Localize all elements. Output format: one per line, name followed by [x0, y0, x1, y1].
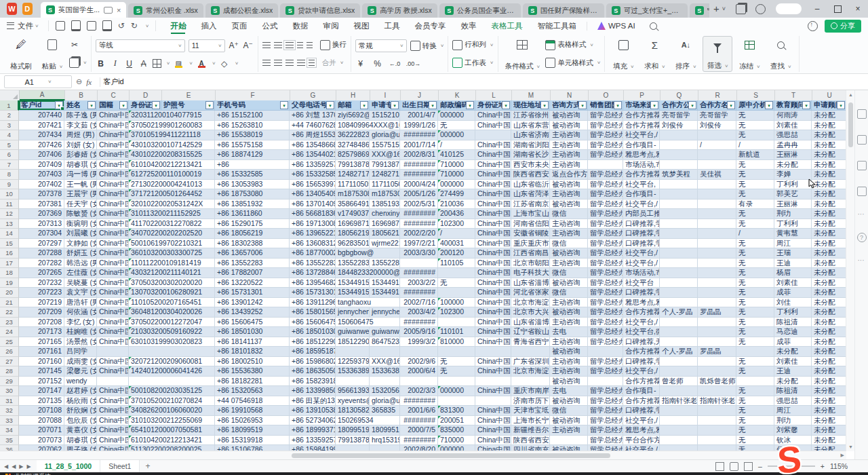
header-cell-T1[interactable]: 教育顾问▾: [774, 100, 812, 111]
cell-S33[interactable]: 无: [736, 416, 774, 426]
cell-C13[interactable]: China中国: [97, 219, 129, 229]
tool-icon[interactable]: [857, 135, 867, 145]
horizontal-scroll-thumb[interactable]: [292, 453, 610, 458]
cell-M33[interactable]: 上海市长宁: [511, 416, 550, 426]
cell-N25[interactable]: 主动咨询: [550, 337, 588, 347]
cell-G34[interactable]: +86 1899937166: [290, 425, 336, 436]
cell-R21[interactable]: [698, 298, 736, 308]
cell-A25[interactable]: 207165: [19, 337, 64, 347]
cell-Q15[interactable]: [660, 239, 698, 249]
header-cell-D1[interactable]: 身份证号▾: [129, 100, 161, 111]
cell-N16[interactable]: 被动咨询: [550, 248, 588, 259]
cell-S18[interactable]: 无: [736, 268, 774, 278]
row-header-17[interactable]: 17: [0, 259, 19, 269]
cell-F16[interactable]: +86 13657006: [215, 248, 290, 259]
cell-F34[interactable]: +86 18099519: [215, 425, 290, 436]
cell-M25[interactable]: 青海省西宁: [511, 337, 550, 347]
cell-K13[interactable]: 102300: [438, 219, 475, 229]
cell-O35[interactable]: 留学总经办: [588, 436, 623, 446]
wps-app-icon[interactable]: W: [7, 3, 17, 15]
cell-N21[interactable]: 主动咨询: [550, 298, 588, 308]
cell-I17[interactable]: 135522838: [370, 259, 400, 269]
cell-R20[interactable]: [698, 288, 736, 298]
cell-I20[interactable]: 153449155: [370, 288, 400, 298]
cell-D25[interactable]: 630103199903020823: [129, 337, 215, 347]
menu-tab-数据[interactable]: 数据: [285, 18, 315, 34]
menu-tab-页面[interactable]: 页面: [224, 18, 254, 34]
cell-G15[interactable]: +86 1360831276: [290, 239, 336, 249]
cell-U23[interactable]: 未分配: [812, 318, 846, 328]
cell-B27[interactable]: 成雨雯 (女: [64, 357, 97, 367]
cell-G23[interactable]: +86 1560647536: [290, 318, 336, 328]
cell-O7[interactable]: [588, 160, 623, 170]
cell-F9[interactable]: +86 13053983: [215, 180, 290, 190]
cell-S30[interactable]: 无: [736, 386, 774, 396]
row-header-28[interactable]: 28: [0, 366, 19, 377]
cell-J34[interactable]: 2000/7/5: [400, 425, 438, 436]
cell-H11[interactable]: 358664913: [336, 200, 370, 210]
grow-font-button[interactable]: A⁺: [229, 41, 239, 50]
cell-N11[interactable]: 被动咨询: [550, 200, 588, 210]
cell-H32[interactable]: 181305826: [336, 406, 370, 416]
cell-O14[interactable]: 留学总经办: [588, 229, 623, 239]
cell-F19[interactable]: +86 13220522: [215, 278, 290, 288]
cell-M13[interactable]: 河南省信阳: [511, 219, 550, 229]
cell-I4[interactable]: gloria@uki: [370, 130, 400, 140]
cell-U8[interactable]: 未分配: [812, 170, 846, 180]
cell-H10[interactable]: m1875308: [336, 189, 370, 200]
cell-Q9[interactable]: [660, 180, 698, 190]
cell-F7[interactable]: +86: [215, 160, 290, 170]
cell-T30[interactable]: 陈祖清: [774, 386, 812, 396]
filter-button[interactable]: ▾: [87, 101, 96, 109]
cell-C15[interactable]: China中国: [97, 239, 129, 249]
cell-O30[interactable]: 留学总经办: [588, 386, 623, 396]
cell-P26[interactable]: 合作方推荐: [623, 347, 660, 357]
cell-S21[interactable]: 无: [736, 298, 774, 308]
cell-T20[interactable]: 成菲: [774, 288, 812, 298]
cell-D31[interactable]: 370105200210270824: [129, 396, 215, 406]
cell-J18[interactable]: ########: [400, 268, 438, 278]
cell-G31[interactable]: +86 田某的1395: [290, 396, 336, 406]
cell-I14[interactable]: 180562199: [370, 229, 400, 239]
ribbon-筛选-button[interactable]: 筛选˅: [703, 36, 732, 72]
cell-R32[interactable]: [698, 406, 736, 416]
cell-L3[interactable]: China中国: [475, 121, 511, 131]
cell-N9[interactable]: 被动咨询: [550, 180, 588, 190]
cell-P35[interactable]: 平台合作方: [623, 436, 660, 446]
filter-button[interactable]: ▾: [650, 101, 658, 109]
row-header-31[interactable]: 31: [0, 396, 19, 406]
filter-button[interactable]: ▾: [727, 101, 735, 109]
filter-button[interactable]: ▾: [205, 101, 214, 109]
cell-N7[interactable]: 主动咨询: [550, 160, 588, 170]
cell-I22[interactable]: jennychen(: [370, 307, 400, 318]
cell-J31[interactable]: ########: [400, 396, 438, 406]
cell-M34[interactable]: 新疆维吾尔: [511, 425, 550, 436]
column-header-S[interactable]: S: [737, 90, 775, 100]
cell-D26[interactable]: [129, 347, 215, 357]
cell-H4[interactable]: 362228235: [336, 130, 370, 140]
cell-J20[interactable]: ########: [400, 288, 438, 298]
cell-S17[interactable]: 无: [736, 259, 774, 269]
cell-A34[interactable]: 207071: [19, 425, 64, 436]
cell-P24[interactable]: 社交平台,微: [623, 327, 660, 337]
cell-F8[interactable]: +86 15332585: [215, 170, 290, 180]
cell-N23[interactable]: 主动咨询: [550, 318, 588, 328]
cell-K9[interactable]: 000000: [438, 180, 475, 190]
cell-D9[interactable]: 271302200004241013: [129, 180, 215, 190]
cell-I26[interactable]: [370, 347, 400, 357]
cell-F29[interactable]: +86 18182281: [215, 377, 290, 387]
cell-C4[interactable]: China中国: [97, 130, 129, 140]
cell-I27[interactable]: XXX@163.: [370, 357, 400, 367]
column-header-C[interactable]: C: [98, 90, 130, 100]
cell-F30[interactable]: +86 15320563: [215, 386, 290, 396]
cell-L25[interactable]: China中国: [475, 337, 511, 347]
convert-button[interactable]: 转换˅: [410, 41, 444, 52]
cell-C30[interactable]: China中国: [97, 386, 129, 396]
cell-O2[interactable]: 留学总经办: [588, 111, 623, 121]
cell-P10[interactable]: 合作项目-: [623, 189, 660, 200]
cell-O16[interactable]: 留学总经办: [588, 248, 623, 259]
cell-T26[interactable]: 未分配: [774, 347, 812, 357]
cell-R25[interactable]: [698, 337, 736, 347]
cell-S31[interactable]: 无: [736, 396, 774, 406]
cell-H18[interactable]: 18448233200000@qq: [336, 268, 400, 278]
